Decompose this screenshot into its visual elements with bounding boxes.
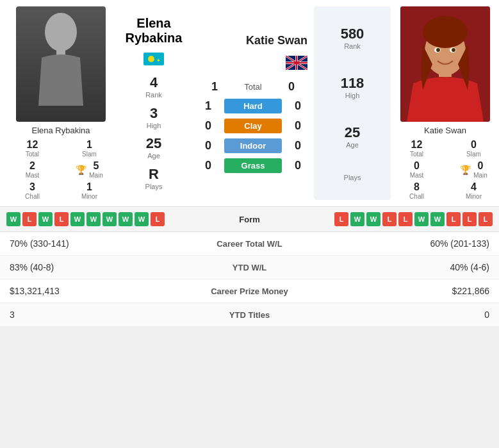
player1-stats: 12 Total 1 Slam 2 Mast 🏆 5 Main	[6, 139, 115, 200]
svg-point-20	[436, 48, 440, 52]
prize-label: Career Prize Money	[186, 286, 314, 296]
p1-minor-label: Minor	[81, 193, 97, 200]
career-total-label: Career Total W/L	[186, 239, 314, 249]
p2-chall-label: Chall	[409, 193, 424, 200]
p1-slam-cell: 1 Slam	[63, 139, 115, 158]
indoor-badge: Indoor	[224, 138, 282, 153]
p1-minor-cell: 1 Minor	[63, 181, 115, 200]
form-badge-p2: L	[334, 212, 348, 226]
p2-clay-comp: 0	[288, 119, 307, 133]
p2-header-name: Katie Swan	[246, 34, 307, 47]
player1-flag: ✦	[143, 53, 164, 68]
uk-flag-icon	[286, 56, 307, 70]
p1-mast-cell: 2 Mast	[6, 160, 58, 179]
p1-hard-comp: 1	[199, 99, 218, 113]
p1-total-comp: 1	[205, 80, 224, 94]
form-badge-p2: L	[398, 212, 413, 226]
p2-plays-label: Plays	[344, 174, 361, 181]
form-badge-p2: L	[446, 212, 461, 226]
p1-main-cell: 5 Main	[89, 160, 103, 179]
p2-hard-comp: 0	[288, 99, 307, 113]
form-badge-p1: W	[102, 212, 117, 226]
p1-total-label: Total	[26, 151, 39, 158]
player2-card: Katie Swan 12 Total 0 Slam 0 Mast 🏆	[391, 6, 499, 200]
grass-badge: Grass	[224, 158, 282, 173]
p2-total-cell: 12 Total	[391, 139, 443, 158]
form-badge-p1: W	[6, 212, 20, 226]
p2-mast-cell: 0 Mast	[391, 160, 443, 179]
total-comparison-row: 1 Total 0	[199, 80, 307, 94]
p1-high-label: High	[147, 122, 161, 129]
p2-career-wl: 60% (201-133)	[314, 238, 490, 249]
form-badge-p2: W	[414, 212, 429, 226]
p2-age-label: Age	[345, 141, 360, 149]
p1-minor-value: 1	[86, 181, 92, 193]
prize-row: $13,321,413 Career Prize Money $221,866	[0, 279, 499, 303]
p1-trophy-cell: 🏆 5 Main	[63, 160, 115, 179]
form-badge-p1: L	[54, 212, 69, 226]
p1-chall-cell: 3 Chall	[6, 181, 58, 200]
player2-mid-stats: 580 Rank 118 High 25 Age Plays	[314, 6, 391, 200]
player2-portrait	[400, 6, 490, 122]
p2-grass-comp: 0	[288, 159, 307, 172]
form-badge-p2: W	[366, 212, 380, 226]
p2-chall-value: 8	[414, 181, 420, 193]
ytd-wl-label: YTD W/L	[186, 263, 314, 272]
p1-plays-stat: R Plays	[145, 166, 163, 190]
form-badge-p2: W	[350, 212, 364, 226]
p2-trophy-icon: 🏆	[460, 165, 471, 175]
p1-plays-value: R	[145, 166, 163, 183]
p1-rank-label: Rank	[145, 91, 162, 99]
p2-titles: 0	[314, 310, 490, 320]
p2-rank-value: 580	[341, 26, 364, 42]
hard-comparison-row: 1 Hard 0	[199, 99, 307, 113]
p1-chall-label: Chall	[25, 193, 40, 200]
clay-comparison-row: 0 Clay 0	[199, 119, 307, 133]
p2-mast-value: 0	[414, 160, 420, 172]
p2-chall-cell: 8 Chall	[391, 181, 443, 200]
form-badge-p1: L	[22, 212, 37, 226]
clay-badge: Clay	[224, 119, 282, 133]
p2-minor-label: Minor	[466, 193, 482, 200]
player1-form-badges: WLWLWWWWWL	[6, 212, 220, 226]
p2-rank-label: Rank	[341, 42, 364, 50]
player1-mid-stats: Elena Rybakina ✦ 4 Rank 3 High 25 Age	[115, 6, 192, 200]
player2-stats: 12 Total 0 Slam 0 Mast 🏆 0 Main	[391, 139, 499, 200]
form-badge-p2: L	[462, 212, 477, 226]
p1-titles: 3	[10, 310, 186, 320]
career-total-row: 70% (330-141) Career Total W/L 60% (201-…	[0, 232, 499, 256]
form-badge-p2: L	[382, 212, 397, 226]
player2-form-badges: LWWLLWWLLL	[279, 212, 493, 226]
p2-prize: $221,866	[314, 286, 490, 296]
kz-flag-icon: ✦	[143, 53, 164, 65]
form-badge-p2: L	[479, 212, 493, 226]
p2-total-label: Total	[410, 151, 423, 158]
p1-plays-label: Plays	[145, 183, 163, 190]
form-badge-p1: L	[151, 212, 165, 226]
p1-main-label: Main	[89, 172, 103, 179]
players-section: Elena Rybakina 12 Total 1 Slam 2 Mast 🏆	[0, 0, 499, 206]
p2-total-value: 12	[411, 139, 423, 151]
p1-main-value: 5	[94, 160, 99, 172]
form-badge-p1: W	[70, 212, 85, 226]
p1-age-label: Age	[146, 152, 161, 160]
p1-rank-stat: 4 Rank	[145, 74, 162, 99]
form-badge-p1: W	[119, 212, 133, 226]
svg-point-0	[45, 13, 77, 51]
player2-name: Katie Swan	[424, 126, 466, 135]
svg-point-3	[148, 56, 154, 62]
form-badge-p1: W	[135, 212, 149, 226]
form-badge-p1: W	[38, 212, 53, 226]
form-badge-p1: W	[86, 212, 101, 226]
p2-slam-cell: 0 Slam	[448, 139, 499, 158]
p1-total-value: 12	[27, 139, 38, 151]
p2-minor-value: 4	[471, 181, 477, 193]
svg-point-17	[423, 16, 468, 48]
indoor-comparison-row: 0 Indoor 0	[199, 138, 307, 153]
p2-age-value: 25	[345, 124, 360, 141]
p2-age-stat: 25 Age	[345, 124, 360, 149]
p2-slam-value: 0	[471, 139, 477, 151]
p2-ytd-wl: 40% (4-6)	[314, 262, 490, 272]
player2-photo	[400, 6, 490, 122]
p1-total-cell: 12 Total	[6, 139, 58, 158]
